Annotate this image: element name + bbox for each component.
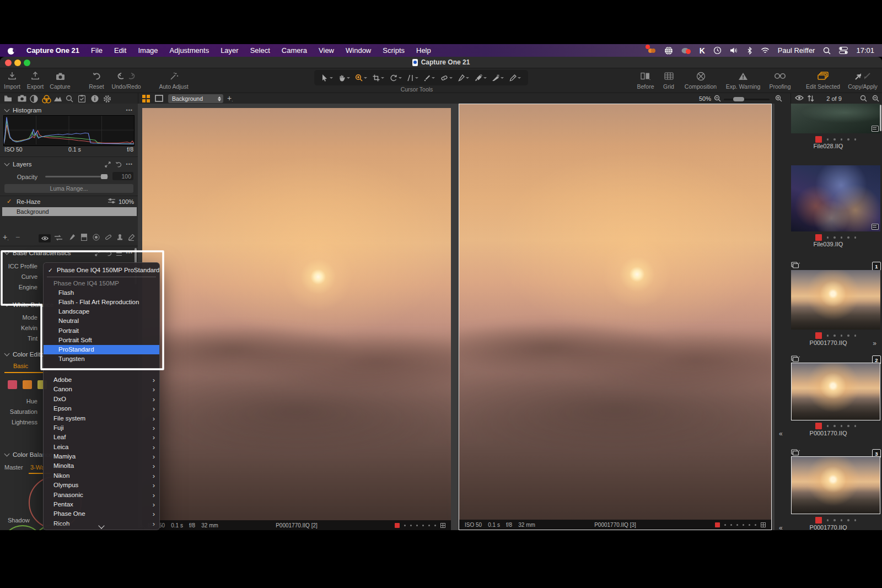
zoom-in-icon[interactable]	[775, 95, 782, 102]
color-balance-3way-tab[interactable]: 3-Wa	[30, 464, 45, 471]
browser-search-icon[interactable]	[860, 95, 867, 102]
tab-adjustments-info[interactable]	[91, 95, 99, 103]
copy-apply-button[interactable]: Copy/Apply	[846, 71, 880, 90]
radial-mask-icon[interactable]	[93, 234, 100, 241]
control-center-icon[interactable]	[839, 47, 848, 54]
composition-button[interactable]: Composition	[680, 71, 721, 90]
bluetooth-icon[interactable]	[747, 47, 752, 55]
keyboard-globe-icon[interactable]	[664, 46, 673, 55]
export-button[interactable]: Export	[24, 71, 46, 90]
menu-item-fuji[interactable]: Fuji›	[44, 423, 159, 433]
pan-tool[interactable]	[338, 74, 350, 82]
gradient-mask-icon[interactable]	[81, 234, 87, 241]
remove-layer-icon[interactable]: −	[15, 233, 20, 241]
variant-grid-icon[interactable]	[440, 523, 445, 528]
menu-item-phase-one[interactable]: Phase One›	[44, 509, 159, 519]
menu-item-olympus[interactable]: Olympus›	[44, 481, 159, 490]
wifi-icon[interactable]	[761, 47, 770, 54]
browser-eye-icon[interactable]	[795, 95, 804, 101]
add-layer-button[interactable]: +.	[227, 94, 233, 103]
menu-layer[interactable]: Layer	[220, 46, 239, 55]
heal-mask-icon[interactable]	[105, 234, 112, 241]
menu-scripts[interactable]: Scripts	[383, 46, 405, 55]
bc-reset-icon[interactable]	[105, 250, 112, 256]
camera-status-icon[interactable]	[681, 47, 691, 55]
menu-file[interactable]: File	[91, 46, 103, 55]
menu-item-canon[interactable]: Canon›	[44, 385, 159, 394]
variant-grid-icon[interactable]	[761, 522, 766, 527]
menu-item-leica[interactable]: Leica›	[44, 443, 159, 452]
tab-metadata[interactable]	[78, 95, 85, 103]
menubar-clock[interactable]: 17:01	[856, 46, 874, 55]
thumb-filename[interactable]: P0001770.IIQ	[775, 524, 882, 530]
import-button[interactable]: Import	[1, 71, 23, 90]
collapse-chevron-icon[interactable]	[4, 250, 10, 255]
before-after-button[interactable]: Before	[633, 71, 658, 90]
tab-capture[interactable]	[18, 95, 26, 102]
thumb-tag-row[interactable]	[791, 517, 880, 524]
color-editor-basic-tab[interactable]: Basic	[13, 363, 28, 369]
eraser-tool[interactable]	[509, 74, 521, 82]
capture-button[interactable]: Capture	[47, 71, 73, 90]
rotate-tool[interactable]	[390, 74, 402, 82]
multi-view-icon[interactable]	[142, 95, 150, 103]
menu-view[interactable]: View	[319, 46, 334, 55]
bc-presets-icon[interactable]	[116, 251, 122, 256]
layer-adjust-icon[interactable]	[108, 198, 115, 204]
menu-item-panasonic[interactable]: Panasonic›	[44, 490, 159, 500]
collapse-chevron-icon[interactable]	[4, 351, 10, 357]
clone-stamp-icon[interactable]	[116, 234, 123, 241]
collapse-chevron-icon[interactable]	[4, 107, 10, 112]
menu-item-nikon[interactable]: Nikon›	[44, 471, 159, 481]
menu-item-epson[interactable]: Epson›	[44, 404, 159, 413]
tab-color-selected[interactable]	[42, 95, 51, 104]
menu-item-file-system[interactable]: File system›	[44, 414, 159, 423]
zoom-slider-track[interactable]	[724, 99, 770, 100]
k-app-icon[interactable]: K	[700, 46, 705, 55]
opacity-slider-track[interactable]	[45, 176, 108, 177]
menubar-username[interactable]: Paul Reiffer	[778, 46, 815, 55]
crop-tool[interactable]	[373, 74, 384, 82]
menu-item-tungsten[interactable]: Tungsten	[44, 354, 159, 364]
opacity-slider-handle[interactable]	[101, 174, 107, 179]
menu-item-neutral[interactable]: Neutral	[44, 316, 159, 326]
thumb-tag-row[interactable]	[791, 136, 880, 143]
draw-mask-icon[interactable]	[69, 234, 76, 241]
tab-exposure[interactable]	[53, 95, 62, 102]
edit-selected-button[interactable]: Edit Selected	[802, 71, 845, 90]
add-layer-icon[interactable]: +˯	[3, 233, 9, 241]
histogram-menu-icon[interactable]: •••	[126, 107, 133, 113]
base-characteristics-header[interactable]: Base Characteristics •••	[0, 247, 138, 258]
menu-help[interactable]: Help	[416, 46, 431, 55]
color-tag-red[interactable]	[715, 522, 720, 527]
thumbnail-p0001770-1[interactable]	[791, 270, 880, 330]
menu-item-dxo[interactable]: DxO›	[44, 395, 159, 404]
clone-brush-tool[interactable]	[458, 74, 469, 82]
straighten-tool[interactable]	[407, 74, 418, 82]
thumbnail-file039[interactable]	[791, 165, 880, 231]
menu-item-portrait-soft[interactable]: Portrait Soft	[44, 336, 159, 345]
layers-copy-icon[interactable]	[105, 161, 111, 168]
layer-name[interactable]: Re-Haze	[17, 198, 40, 205]
time-machine-icon[interactable]	[713, 46, 722, 55]
viewer-image-2-selected[interactable]: ISO 50 0.1 s f/8 32 mm P0001770.IIQ [3]	[459, 104, 772, 530]
layer-enabled-check-icon[interactable]: ✓	[7, 198, 12, 205]
auto-adjust-button[interactable]: Auto Adjust	[156, 71, 191, 90]
menu-image[interactable]: Image	[138, 46, 158, 55]
menu-window[interactable]: Window	[346, 46, 371, 55]
notification-app-icon[interactable]	[648, 46, 656, 55]
browser-zoom-icon[interactable]	[872, 95, 879, 102]
layers-header[interactable]: Layers •••	[0, 159, 138, 170]
apple-menu-icon[interactable]	[8, 46, 15, 55]
prev-variants-chevron[interactable]: «	[779, 524, 783, 530]
menu-item-adobe[interactable]: Adobe›	[44, 375, 159, 385]
layer-select[interactable]: Background	[168, 94, 223, 103]
menu-item-pentax[interactable]: Pentax›	[44, 500, 159, 509]
menu-item-flash[interactable]: Flash	[44, 288, 159, 298]
menu-item-mamiya[interactable]: Mamiya›	[44, 452, 159, 461]
menu-item-landscape[interactable]: Landscape	[44, 307, 159, 316]
spot-removal-tool[interactable]	[423, 74, 435, 82]
collapse-chevron-icon[interactable]	[4, 451, 10, 457]
thumbnail-file028[interactable]	[791, 104, 880, 133]
menu-item-minolta[interactable]: Minolta›	[44, 461, 159, 471]
